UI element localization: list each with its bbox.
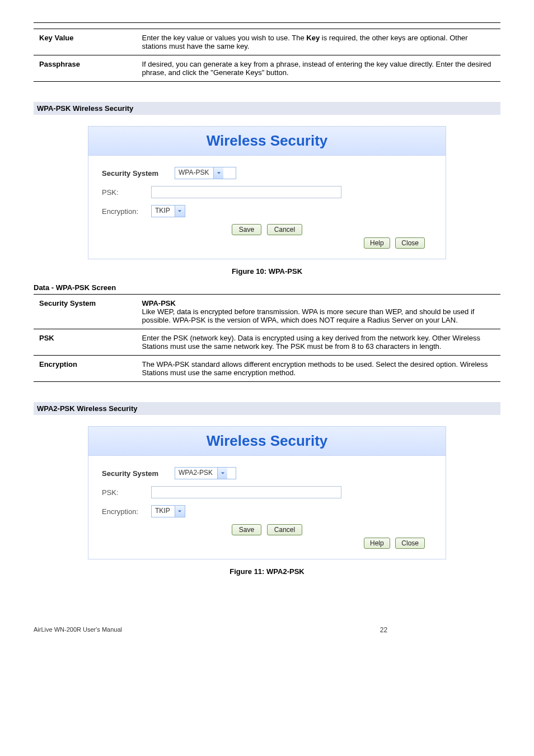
section-heading-wpa2-psk: WPA2-PSK Wireless Security — [34, 402, 500, 415]
encryption-value: TKIP — [152, 206, 175, 217]
def-desc: If desired, you can generate a key from … — [136, 55, 500, 82]
def-desc: WPA-PSK Like WEP, data is encrypted befo… — [136, 295, 500, 329]
table-row: Encryption The WPA-PSK standard allows d… — [34, 356, 500, 382]
panel-title: Wireless Security — [207, 132, 328, 149]
security-system-label: Security System — [102, 469, 175, 478]
page-footer: AirLive WN-200R User's Manual 22 — [34, 626, 500, 634]
def-desc: Enter the PSK (network key). Data is enc… — [136, 329, 500, 356]
def-desc: The WPA-PSK standard allows different en… — [136, 356, 500, 382]
panel-header: Wireless Security — [88, 427, 446, 456]
encryption-value: TKIP — [152, 506, 175, 517]
encryption-label: Encryption: — [102, 207, 151, 216]
page-number: 22 — [267, 626, 500, 634]
psk-label: PSK: — [102, 188, 151, 197]
manual-title: AirLive WN-200R User's Manual — [34, 626, 267, 634]
cancel-button[interactable]: Cancel — [267, 224, 302, 235]
table-row: Key Value Enter the key value or values … — [34, 29, 500, 55]
def-label: Key Value — [34, 29, 136, 55]
figure-caption-10: Figure 10: WPA-PSK — [34, 267, 500, 276]
wpa-psk-data-table: Security System WPA-PSK Like WEP, data i… — [34, 294, 500, 382]
top-definition-table: Key Value Enter the key value or values … — [34, 29, 500, 82]
chevron-down-icon[interactable] — [217, 468, 227, 479]
encryption-label: Encryption: — [102, 507, 151, 516]
wireless-security-panel-wpa-psk: Wireless Security Security System WPA-PS… — [88, 126, 446, 259]
table-row: PSK Enter the PSK (network key). Data is… — [34, 329, 500, 356]
encryption-row: Encryption: TKIP — [102, 205, 432, 217]
panel-body: Security System WPA-PSK PSK: Encryption:… — [88, 156, 446, 259]
security-system-row: Security System WPA2-PSK — [102, 467, 432, 479]
save-button[interactable]: Save — [232, 524, 261, 535]
psk-label: PSK: — [102, 488, 151, 497]
chevron-down-icon[interactable] — [175, 506, 185, 517]
panel-title: Wireless Security — [207, 432, 328, 449]
encryption-row: Encryption: TKIP — [102, 505, 432, 517]
panel-body: Security System WPA2-PSK PSK: Encryption… — [88, 456, 446, 559]
security-system-select[interactable]: WPA-PSK — [175, 167, 236, 179]
data-screen-heading: Data - WPA-PSK Screen — [34, 283, 500, 292]
wireless-security-panel-wpa2-psk: Wireless Security Security System WPA2-P… — [88, 426, 446, 559]
figure-caption-11: Figure 11: WPA2-PSK — [34, 567, 500, 576]
panel-footer: Help Close — [102, 237, 432, 253]
psk-row: PSK: — [102, 186, 432, 198]
security-system-row: Security System WPA-PSK — [102, 167, 432, 179]
security-system-value: WPA-PSK — [175, 167, 213, 179]
table-row: Passphrase If desired, you can generate … — [34, 55, 500, 82]
panel-footer: Help Close — [102, 538, 432, 553]
desc-heading: WPA-PSK — [142, 299, 175, 307]
chevron-down-icon[interactable] — [213, 167, 223, 179]
save-button[interactable]: Save — [232, 224, 261, 235]
def-label: PSK — [34, 329, 136, 356]
section-heading-wpa-psk: WPA-PSK Wireless Security — [34, 102, 500, 115]
help-button[interactable]: Help — [364, 538, 390, 549]
psk-input[interactable] — [151, 186, 341, 198]
panel-header: Wireless Security — [88, 127, 446, 156]
close-button[interactable]: Close — [395, 538, 425, 549]
security-system-label: Security System — [102, 169, 175, 178]
chevron-down-icon[interactable] — [175, 206, 185, 217]
def-label: Encryption — [34, 356, 136, 382]
cancel-button[interactable]: Cancel — [267, 524, 302, 535]
desc-text-pre: Enter the key value or values you wish t… — [142, 34, 306, 42]
security-system-select[interactable]: WPA2-PSK — [175, 467, 236, 479]
button-row: Save Cancel — [102, 524, 432, 535]
table-row: Security System WPA-PSK Like WEP, data i… — [34, 295, 500, 329]
psk-row: PSK: — [102, 486, 432, 498]
help-button[interactable]: Help — [364, 237, 390, 249]
page-top-rule — [34, 22, 500, 23]
security-system-value: WPA2-PSK — [175, 468, 217, 479]
psk-input[interactable] — [151, 486, 341, 498]
desc-text: Like WEP, data is encrypted before trans… — [142, 307, 474, 324]
button-row: Save Cancel — [102, 224, 432, 235]
encryption-select[interactable]: TKIP — [151, 505, 185, 517]
encryption-select[interactable]: TKIP — [151, 205, 185, 217]
def-label: Passphrase — [34, 55, 136, 82]
desc-bold: Key — [306, 34, 320, 42]
def-label: Security System — [34, 295, 136, 329]
close-button[interactable]: Close — [395, 237, 425, 249]
def-desc: Enter the key value or values you wish t… — [136, 29, 500, 55]
